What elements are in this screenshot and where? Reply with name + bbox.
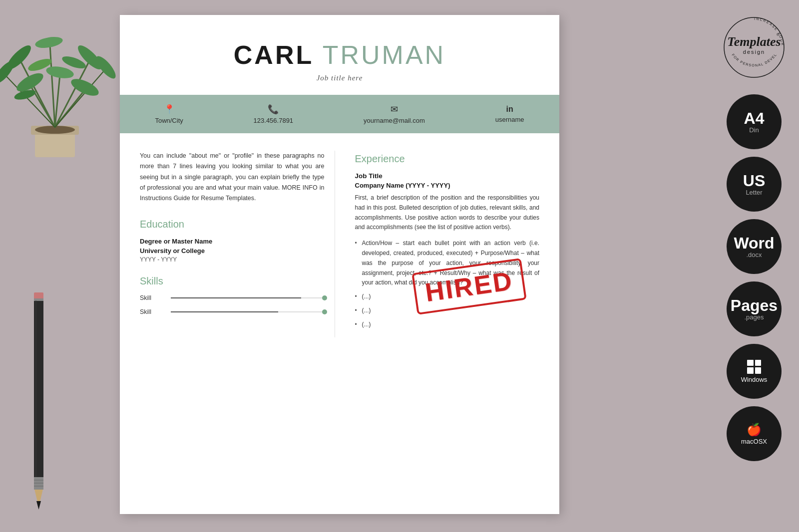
- name-first: CARL: [234, 40, 314, 69]
- badge-a4-sub: Din: [749, 126, 759, 134]
- svg-point-16: [34, 35, 64, 49]
- skill-item-2: Skill: [140, 308, 325, 315]
- contact-location: 📍 Town/City: [155, 104, 183, 124]
- svg-text:®: ®: [777, 32, 780, 37]
- location-icon: 📍: [164, 104, 175, 115]
- badge-pages-main: Pages: [731, 297, 778, 313]
- resume-left-column: You can include "about me" or "profile" …: [140, 151, 335, 337]
- contact-bar: 📍 Town/City 📞 123.456.7891 ✉ yourname@ma…: [120, 95, 559, 133]
- badge-word-main: Word: [734, 235, 774, 251]
- education-title: Education: [140, 219, 325, 230]
- edu-institution: University or College: [140, 247, 325, 255]
- skill-fill-1: [171, 297, 301, 298]
- badge-windows[interactable]: Windows: [727, 344, 782, 399]
- phone-text: 123.456.7891: [254, 117, 294, 124]
- templates-logo: INCREASE YOUR CHANCES FOR PERSONAL DEVEL…: [722, 15, 787, 82]
- svg-point-12: [45, 64, 75, 80]
- location-text: Town/City: [155, 117, 183, 124]
- badge-pages-sub: .pages: [744, 313, 764, 321]
- name-last: TRUMAN: [323, 40, 445, 69]
- hired-text: HIRED: [423, 266, 515, 307]
- contact-email: ✉ yourname@mail.com: [364, 104, 425, 124]
- about-text: You can include "about me" or "profile" …: [140, 151, 325, 204]
- exp-job-title: Job Title: [355, 172, 540, 180]
- phone-icon: 📞: [268, 104, 279, 115]
- skill-dot-2: [322, 309, 327, 314]
- svg-text:Templates: Templates: [727, 34, 781, 49]
- exp-bullet-4: (...): [355, 320, 540, 330]
- apple-icon: 🍎: [747, 423, 762, 437]
- skills-section: Skills Skill Skill: [140, 275, 325, 315]
- skill-fill-2: [171, 311, 278, 312]
- badge-macosx-label: macOSX: [741, 438, 767, 445]
- resume-name: CARL TRUMAN: [150, 40, 529, 70]
- edu-years: YYYY - YYYY: [140, 256, 325, 263]
- experience-title: Experience: [355, 153, 540, 165]
- skills-title: Skills: [140, 275, 325, 287]
- win-square-4: [755, 367, 762, 374]
- right-panel: INCREASE YOUR CHANCES FOR PERSONAL DEVEL…: [719, 15, 789, 461]
- svg-rect-26: [34, 298, 43, 301]
- skill-item-1: Skill: [140, 294, 325, 301]
- win-square-3: [747, 367, 754, 374]
- linkedin-icon: in: [506, 105, 513, 114]
- linkedin-text: username: [495, 116, 524, 123]
- skill-name-2: Skill: [140, 308, 165, 315]
- exp-company: Company Name (YYYY - YYYY): [355, 182, 540, 189]
- edu-degree: Degree or Master Name: [140, 238, 325, 245]
- badge-macosx[interactable]: 🍎 macOSX: [727, 406, 782, 461]
- resume-body: You can include "about me" or "profile" …: [120, 133, 559, 347]
- svg-rect-22: [34, 297, 43, 487]
- email-icon: ✉: [391, 104, 398, 115]
- badge-us-sub: Letter: [746, 189, 762, 196]
- skill-bar-1: [171, 297, 325, 298]
- badge-a4-main: A4: [744, 110, 765, 126]
- windows-icon: [747, 360, 761, 374]
- badge-us-main: US: [743, 173, 765, 189]
- badge-pages[interactable]: Pages .pages: [727, 281, 782, 336]
- badge-a4[interactable]: A4 Din: [727, 94, 782, 149]
- win-square-2: [755, 360, 762, 366]
- resume-right-column: Experience Job Title Company Name (YYYY …: [355, 151, 540, 337]
- badge-word-sub: .docx: [746, 251, 762, 259]
- contact-phone: 📞 123.456.7891: [254, 104, 294, 124]
- plant-decoration: [0, 0, 130, 165]
- svg-line-8: [50, 45, 55, 127]
- skill-dot-1: [322, 295, 327, 300]
- svg-text:design: design: [743, 49, 765, 55]
- win-square-1: [747, 360, 754, 366]
- exp-description: First, a brief description of the positi…: [355, 193, 540, 233]
- resume-title: Job title here: [150, 74, 529, 82]
- resume-paper: CARL TRUMAN Job title here 📍 Town/City 📞…: [120, 15, 559, 514]
- badge-word[interactable]: Word .docx: [727, 219, 782, 274]
- pencil-decoration: [30, 287, 47, 512]
- skill-bar-2: [171, 311, 325, 312]
- badge-us[interactable]: US Letter: [727, 157, 782, 212]
- logo-svg: INCREASE YOUR CHANCES FOR PERSONAL DEVEL…: [722, 15, 787, 80]
- email-text: yourname@mail.com: [364, 117, 425, 124]
- contact-linkedin: in username: [495, 105, 524, 123]
- svg-marker-24: [36, 501, 41, 510]
- resume-header: CARL TRUMAN Job title here: [120, 15, 559, 95]
- badge-windows-label: Windows: [741, 376, 768, 383]
- skill-name-1: Skill: [140, 294, 165, 301]
